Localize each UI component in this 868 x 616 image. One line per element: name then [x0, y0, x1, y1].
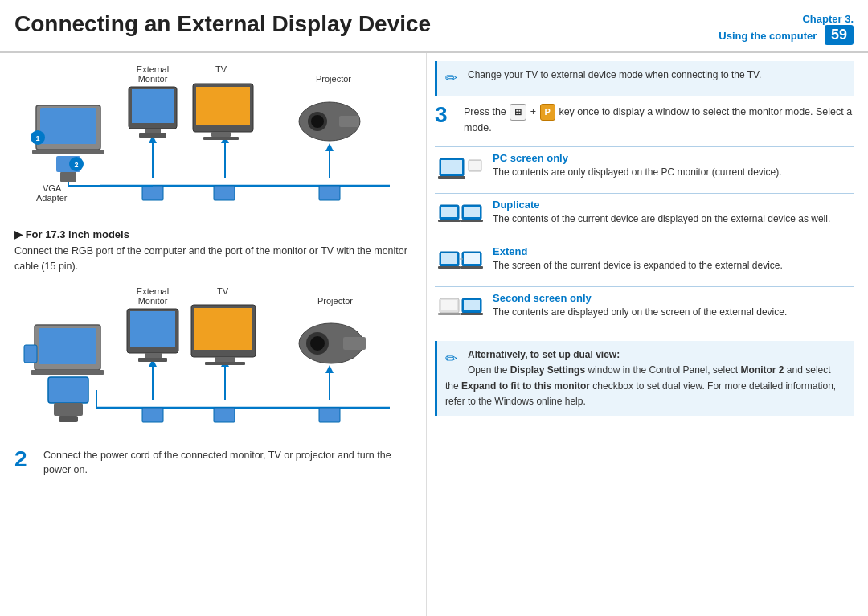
svg-rect-43 — [39, 328, 96, 364]
duplicate-desc: The contents of the current device are d… — [493, 213, 830, 224]
svg-text:Projector: Projector — [317, 296, 353, 306]
svg-text:1: 1 — [35, 134, 39, 142]
mode-row-second-only: Second screen only The contents are disp… — [435, 287, 854, 334]
svg-text:VGA: VGA — [43, 183, 62, 193]
svg-rect-69 — [214, 408, 235, 422]
svg-rect-4 — [40, 108, 96, 144]
right-column: ✏ Change your TV to external device mode… — [426, 53, 868, 616]
svg-rect-45 — [24, 345, 37, 363]
svg-rect-58 — [145, 353, 162, 358]
svg-text:2: 2 — [74, 161, 78, 169]
page-header: Connecting an External Display Device Ch… — [0, 0, 868, 53]
step3-intro: Press the — [464, 106, 506, 117]
mode-text-cell-second-only: Second screen only The contents are disp… — [489, 287, 854, 334]
extend-title: Extend — [493, 245, 850, 257]
svg-rect-24 — [139, 133, 166, 138]
second-only-desc: The contents are displayed only on the s… — [493, 306, 787, 318]
svg-rect-44 — [31, 370, 104, 375]
svg-rect-63 — [205, 362, 245, 365]
svg-rect-94 — [464, 300, 480, 310]
svg-rect-78 — [441, 207, 457, 217]
svg-rect-33 — [142, 186, 163, 200]
main-content: External Monitor TV Projector 1 2 VGA — [0, 53, 868, 616]
note-box-1: ✏ Change your TV to external device mode… — [435, 61, 854, 96]
svg-rect-22 — [132, 89, 174, 123]
left-column: External Monitor TV Projector 1 2 VGA — [0, 53, 426, 616]
svg-marker-19 — [326, 143, 334, 151]
duplicate-icon — [438, 199, 483, 232]
step-2-row: 2 Connect the power cord of the connecte… — [14, 448, 411, 485]
svg-rect-48 — [59, 416, 78, 422]
svg-rect-87 — [464, 253, 480, 264]
svg-rect-84 — [441, 253, 457, 264]
svg-text:Adapter: Adapter — [36, 193, 68, 203]
svg-rect-32 — [339, 116, 359, 127]
svg-rect-47 — [54, 403, 83, 416]
mode-text-cell-extend: Extend The screen of the current device … — [489, 240, 854, 287]
step-3-number: 3 — [435, 104, 457, 126]
key-p: P — [540, 104, 555, 121]
note-icon-1: ✏ — [445, 68, 463, 89]
alt-note-text: Alternatively, to set up dual view: Open… — [445, 347, 845, 409]
svg-text:TV: TV — [215, 64, 227, 74]
second-only-title: Second screen only — [493, 292, 850, 304]
svg-text:External: External — [137, 286, 169, 296]
step-3-text: Press the ⊞ + P key once to display a wi… — [464, 104, 854, 135]
svg-rect-81 — [464, 207, 480, 217]
svg-rect-59 — [138, 358, 167, 362]
step-2-text: Connect the power cord of the connected … — [43, 448, 411, 478]
svg-text:TV: TV — [217, 286, 229, 296]
diagram-1-area: External Monitor TV Projector 1 2 VGA — [14, 61, 411, 222]
svg-rect-76 — [469, 161, 481, 170]
svg-rect-74 — [438, 176, 465, 179]
svg-rect-62 — [215, 357, 235, 362]
section1-heading: For 17.3 inch models — [14, 228, 411, 240]
step3-plus: + — [530, 106, 539, 117]
svg-point-66 — [310, 336, 325, 351]
diagram-2-area: External Monitor TV Projector — [14, 281, 411, 441]
mode-table-body: PC screen only The contents are only dis… — [435, 147, 854, 334]
duplicate-title: Duplicate — [493, 199, 850, 211]
svg-rect-85 — [438, 266, 461, 269]
svg-rect-79 — [438, 220, 461, 222]
svg-rect-68 — [142, 408, 163, 422]
note1-text: Change your TV to external device mode w… — [468, 68, 761, 82]
mode-table: PC screen only The contents are only dis… — [435, 146, 854, 333]
diagram-1-svg: External Monitor TV Projector 1 2 VGA — [20, 61, 406, 222]
section1-body: Connect the RGB port of the computer and… — [14, 244, 411, 274]
alt-note-heading: Alternatively, to set up dual view: — [468, 349, 620, 360]
page-title: Connecting an External Display Device — [14, 11, 431, 37]
svg-text:Monitor: Monitor — [138, 74, 168, 84]
key-windows: ⊞ — [510, 104, 526, 121]
extend-desc: The screen of the current device is expa… — [493, 260, 783, 271]
mode-icon-cell-duplicate — [435, 194, 489, 240]
svg-rect-34 — [214, 186, 235, 200]
diagram-2-svg: External Monitor TV Projector — [20, 281, 406, 441]
second-only-icon — [438, 292, 483, 326]
page-number: 59 — [825, 25, 854, 45]
step-3-row: 3 Press the ⊞ + P key once to display a … — [435, 104, 854, 142]
extend-icon — [438, 245, 483, 279]
mode-row-extend: Extend The screen of the current device … — [435, 240, 854, 287]
svg-rect-73 — [441, 160, 462, 174]
svg-text:Projector: Projector — [316, 74, 351, 84]
step-2-number: 2 — [14, 448, 37, 470]
mode-row-duplicate: Duplicate The contents of the current de… — [435, 194, 854, 240]
pc-only-desc: The contents are only displayed on the P… — [493, 166, 782, 178]
alt-note-body: Open the Display Settings window in the … — [445, 364, 836, 406]
svg-rect-26 — [196, 87, 250, 125]
svg-rect-5 — [32, 150, 104, 154]
svg-rect-88 — [461, 266, 483, 269]
svg-rect-35 — [319, 186, 340, 200]
mode-text-cell-duplicate: Duplicate The contents of the current de… — [489, 194, 854, 240]
svg-rect-28 — [203, 137, 239, 140]
svg-rect-67 — [343, 337, 366, 350]
chapter-info: Chapter 3.Using the computer 59 — [719, 11, 854, 45]
pc-only-icon — [438, 152, 483, 186]
svg-marker-54 — [326, 365, 334, 373]
svg-rect-70 — [319, 408, 340, 422]
svg-rect-9 — [60, 172, 76, 182]
pc-only-title: PC screen only — [493, 152, 850, 164]
alt-note-box: ✏ Alternatively, to set up dual view: Op… — [435, 341, 854, 416]
svg-rect-57 — [130, 311, 175, 347]
